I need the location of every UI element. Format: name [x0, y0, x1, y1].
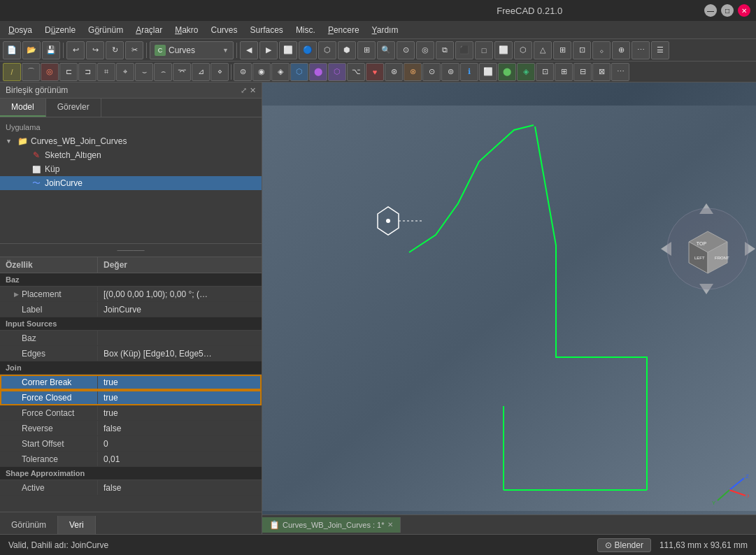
tb-open[interactable]: 📂: [22, 41, 41, 59]
prop-row-force-contact[interactable]: ▶ Force Contact true: [0, 405, 262, 421]
tb2-btn-ac[interactable]: ⊡: [536, 63, 554, 81]
prop-row-force-closed[interactable]: ▶ Force Closed true: [0, 390, 262, 405]
tb2-btn-q[interactable]: ⬤: [309, 63, 327, 81]
menu-dosya[interactable]: Dosya: [3, 24, 38, 36]
tb-btn-c[interactable]: ⬜: [279, 41, 297, 59]
tb2-btn-k[interactable]: ⊿: [192, 63, 210, 81]
tb-btn-h[interactable]: 🔍: [377, 41, 395, 59]
tb-btn-k[interactable]: ⧉: [436, 41, 454, 59]
tree-item-box[interactable]: ▶ ⬜ Küp: [0, 162, 262, 176]
tb2-btn-y[interactable]: ℹ: [460, 63, 478, 81]
tb2-btn-b[interactable]: ⌒: [22, 63, 40, 81]
viewport-tab[interactable]: 📋 Curves_WB_Join_Curves : 1* ✕: [262, 517, 401, 533]
tb-btn-g[interactable]: ⊞: [357, 41, 376, 59]
close-button[interactable]: ✕: [738, 4, 750, 17]
menu-makro[interactable]: Makro: [169, 24, 204, 36]
tb2-btn-a[interactable]: /: [3, 63, 21, 81]
tab-veri[interactable]: Veri: [58, 516, 96, 534]
tb2-btn-af[interactable]: ⊠: [592, 63, 611, 81]
tab-gorevler[interactable]: Görevler: [46, 99, 101, 117]
prop-row-active[interactable]: ▶ Active false: [0, 480, 262, 496]
tb-new[interactable]: 📄: [3, 41, 21, 59]
tree-item-root[interactable]: ▼ 📁 Curves_WB_Join_Curves: [0, 134, 262, 148]
tb2-btn-i[interactable]: ⌢: [154, 63, 172, 81]
tb2-btn-h[interactable]: ⌣: [135, 63, 153, 81]
tb-btn-d[interactable]: 🔵: [299, 41, 317, 59]
tb2-btn-t[interactable]: ♥: [366, 63, 384, 81]
menu-misc[interactable]: Misc.: [290, 24, 321, 36]
tb-refresh[interactable]: ↻: [106, 41, 124, 59]
tb2-btn-r[interactable]: ⬡: [328, 63, 346, 81]
tb2-btn-ag[interactable]: ⋯: [611, 63, 629, 81]
tb-btn-j[interactable]: ◎: [416, 41, 434, 59]
prop-row-tolerance[interactable]: ▶ Tolerance 0,01: [0, 452, 262, 467]
tb2-btn-o[interactable]: ◈: [271, 63, 290, 81]
tb-btn-t[interactable]: ⊕: [612, 41, 630, 59]
tree-item-sketch[interactable]: ▶ ✎ Sketch_Altıgen: [0, 148, 262, 162]
tb-btn-f[interactable]: ⬢: [338, 41, 356, 59]
tb2-btn-d[interactable]: ⊏: [59, 63, 78, 81]
viewport-tab-close[interactable]: ✕: [387, 521, 393, 528]
tb-btn-r[interactable]: ⊡: [573, 41, 591, 59]
menu-surfaces[interactable]: Surfaces: [245, 24, 289, 36]
tb-btn-a[interactable]: ◀: [240, 41, 258, 59]
panel-expand-btn[interactable]: ⤢: [241, 86, 247, 95]
tb2-btn-u[interactable]: ⊛: [385, 63, 403, 81]
tb-btn-b[interactable]: ▶: [259, 41, 278, 59]
menu-duzenle[interactable]: Düzenle: [39, 24, 81, 36]
prop-row-baz[interactable]: ▶ Baz: [0, 331, 262, 346]
tb2-btn-j[interactable]: ⌤: [173, 63, 191, 81]
tb2-btn-aa[interactable]: ⬤: [498, 63, 516, 81]
panel-divider[interactable]: ─────: [0, 243, 262, 257]
menu-pencere[interactable]: Pencere: [322, 24, 365, 36]
tb-btn-u[interactable]: ⋯: [632, 41, 650, 59]
tb2-btn-ae[interactable]: ⊟: [573, 63, 592, 81]
tb2-btn-n[interactable]: ◉: [252, 63, 271, 81]
tb2-btn-w[interactable]: ⊙: [422, 63, 441, 81]
menu-araclar[interactable]: Araçlar: [130, 24, 168, 36]
prop-row-label[interactable]: ▶ Label JoinCurve: [0, 302, 262, 317]
panel-close-btn[interactable]: ✕: [250, 86, 256, 95]
tb-btn-v[interactable]: ☰: [651, 41, 669, 59]
tb-btn-p[interactable]: △: [534, 41, 552, 59]
tb2-btn-p[interactable]: ⬡: [290, 63, 308, 81]
tb2-btn-l[interactable]: ⋄: [211, 63, 229, 81]
tb-cut[interactable]: ✂: [125, 41, 143, 59]
tb2-btn-g[interactable]: ⌖: [116, 63, 134, 81]
tb-btn-s[interactable]: ⬦: [592, 41, 611, 59]
prop-row-corner-break[interactable]: ▶ Corner Break true: [0, 375, 262, 390]
prop-row-placement[interactable]: ▶ Placement [(0,00 0,00 1,00); 0,00 °; (…: [0, 287, 262, 302]
menu-curves[interactable]: Curves: [206, 24, 243, 36]
tb2-btn-ab[interactable]: ◈: [517, 63, 535, 81]
tb-btn-o[interactable]: ⬡: [514, 41, 532, 59]
tb2-btn-x[interactable]: ⊚: [441, 63, 459, 81]
tb2-btn-s[interactable]: ⌥: [347, 63, 365, 81]
tb2-btn-f[interactable]: ⌗: [97, 63, 115, 81]
tb-redo[interactable]: ↪: [86, 41, 104, 59]
prop-row-edges[interactable]: ▶ Edges Box (Küp) [Edge10, Edge5…: [0, 346, 262, 361]
minimize-button[interactable]: —: [704, 4, 717, 17]
tab-model[interactable]: Model: [0, 99, 46, 117]
tb-btn-i[interactable]: ⊙: [397, 41, 415, 59]
tb2-btn-m[interactable]: ⊜: [234, 63, 252, 81]
workbench-selector[interactable]: C Curves ▼: [150, 41, 234, 59]
tb-btn-m[interactable]: □: [475, 41, 493, 59]
tree-item-joincurve[interactable]: ▶ 〜 JoinCurve: [0, 176, 262, 190]
tb-btn-e[interactable]: ⬡: [318, 41, 336, 59]
tb2-btn-ad[interactable]: ⊞: [555, 63, 573, 81]
tb2-btn-z[interactable]: ⬜: [479, 63, 497, 81]
tb2-btn-v[interactable]: ⊗: [404, 63, 422, 81]
tree-expand-root[interactable]: ▼: [6, 138, 14, 145]
tb-btn-l[interactable]: ⬛: [455, 41, 473, 59]
tb-save[interactable]: 💾: [42, 41, 60, 59]
prop-row-start-offset[interactable]: ▶ Start Offset 0: [0, 436, 262, 452]
tb-btn-q[interactable]: ⊞: [553, 41, 571, 59]
tb-btn-n[interactable]: ⬜: [494, 41, 513, 59]
menu-yardim[interactable]: Yardım: [366, 24, 404, 36]
blender-button[interactable]: ⊙ Blender: [597, 538, 651, 552]
menu-gorunum[interactable]: Görünüm: [83, 24, 129, 36]
tb2-btn-e[interactable]: ⊐: [78, 63, 97, 81]
nav-cube-area[interactable]: [679, 89, 749, 159]
prop-row-reverse[interactable]: ▶ Reverse false: [0, 421, 262, 436]
tab-gorunum[interactable]: Görünüm: [0, 516, 58, 534]
